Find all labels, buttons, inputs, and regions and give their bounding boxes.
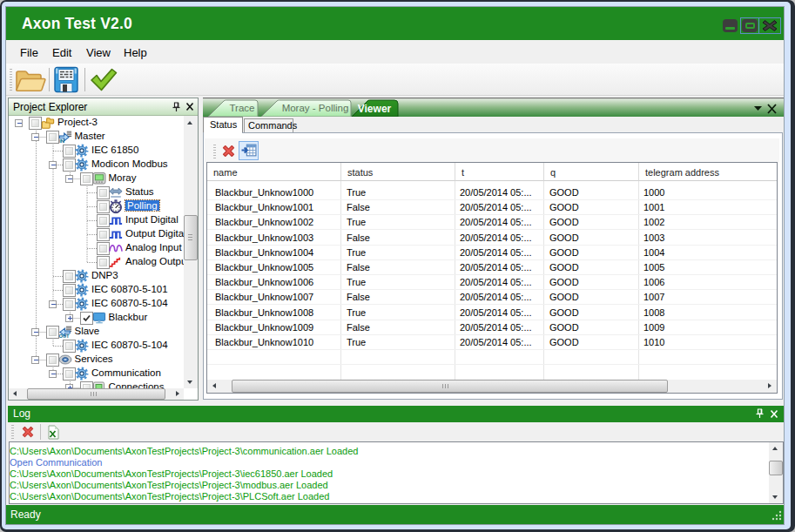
svg-text:OUT: OUT [58, 333, 70, 339]
svg-text:Viewer: Viewer [358, 103, 392, 115]
svg-text:Trace: Trace [230, 103, 255, 113]
svg-text:Moray - Polling: Moray - Polling [282, 103, 349, 113]
svg-text:IN: IN [58, 138, 64, 144]
